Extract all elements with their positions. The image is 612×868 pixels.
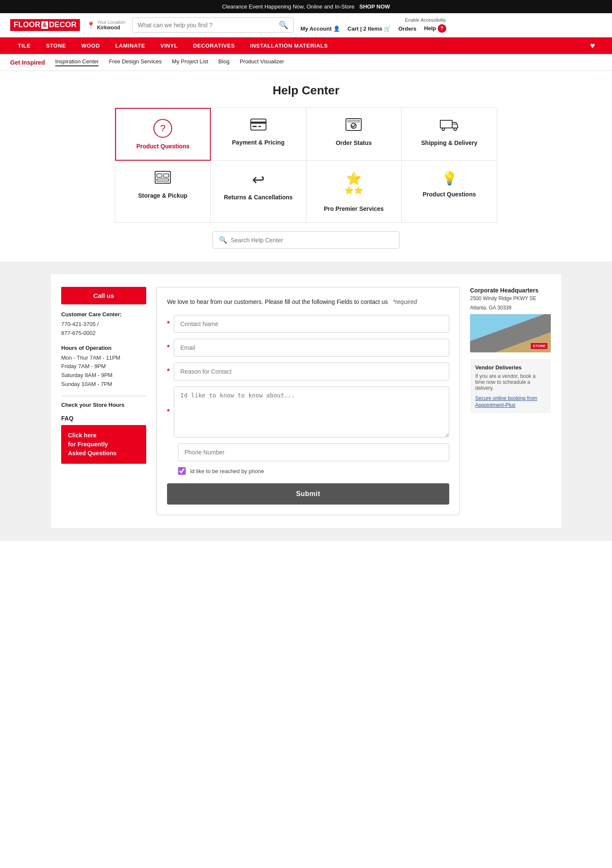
contact-name-input[interactable]	[174, 315, 449, 333]
hours-mon-thur: Mon - Thur 7AM - 11PM	[61, 354, 146, 363]
svg-rect-0	[251, 119, 266, 130]
required-star-message: *	[167, 408, 170, 416]
help-card-storage-pickup[interactable]: Storage & Pickup	[115, 161, 211, 223]
inspired-link-inspiration-center[interactable]: Inspiration Center	[55, 58, 99, 66]
card-label-payment-pricing: Payment & Pricing	[232, 139, 285, 146]
nav-installation-materials[interactable]: INSTALLATION MATERIALS	[243, 37, 336, 54]
store-image	[470, 314, 551, 352]
logo[interactable]: FLOOR & DECOR	[10, 19, 80, 31]
nav-tile[interactable]: TILE	[10, 37, 38, 54]
card-label-pro-premier: Pro Premier Services	[324, 205, 384, 212]
card-label-order-status: Order Status	[336, 139, 372, 146]
svg-rect-14	[157, 179, 169, 181]
favorites-icon[interactable]: ♥	[583, 37, 602, 54]
nav-stone[interactable]: STONE	[38, 37, 74, 54]
faq-button[interactable]: Click here for Frequently Asked Question…	[61, 425, 146, 464]
right-sidebar: Corporate Headquarters 2500 Windy Ridge …	[470, 287, 551, 413]
nav-vinyl[interactable]: VINYL	[153, 37, 185, 54]
hours-sunday: Sunday 10AM - 7PM	[61, 380, 146, 389]
call-us-button[interactable]: Call us	[61, 287, 146, 304]
pro-premier-icon: ⭐⭐⭐	[344, 171, 363, 200]
svg-point-9	[454, 128, 456, 130]
help-card-returns-cancellations[interactable]: ↩ Returns & Cancellations	[211, 161, 306, 223]
svg-rect-5	[348, 120, 360, 122]
inspired-link-visualizer[interactable]: Product Visualizer	[240, 58, 284, 66]
left-sidebar: Call us Customer Care Center: 770-421-37…	[61, 287, 146, 471]
email-row: *	[167, 339, 449, 357]
cart-icon: 🛒	[384, 26, 391, 32]
logo-box: FLOOR & DECOR	[10, 19, 80, 31]
search-button[interactable]: 🔍	[279, 20, 288, 30]
phone-row	[167, 443, 449, 461]
faq-label: FAQ	[61, 415, 146, 422]
location-pin-icon: 📍	[87, 21, 95, 29]
shop-now-link[interactable]: SHOP NOW	[360, 3, 390, 10]
help-label: Help	[424, 25, 436, 31]
inspired-link-project-list[interactable]: My Project List	[172, 58, 208, 66]
nav-wood[interactable]: WOOD	[74, 37, 108, 54]
help-card-order-status[interactable]: Order Status	[306, 108, 402, 161]
search-input[interactable]	[138, 22, 279, 28]
logo-line2: DECOR	[49, 21, 76, 29]
reason-input[interactable]	[174, 363, 449, 380]
help-center-title: Help Center	[10, 84, 602, 97]
my-account-link[interactable]: My Account 👤	[300, 26, 340, 32]
faq-btn-line3: Asked Questions	[68, 450, 116, 457]
card-label-product-questions-1: Product Questions	[136, 143, 190, 150]
hq-address1: 2500 Windy Ridge PKWY SE	[470, 295, 551, 301]
card-label-product-questions-2: Product Questions	[423, 191, 476, 198]
email-input[interactable]	[174, 339, 449, 357]
location-label: Your Location	[97, 20, 125, 25]
inspired-link-free-design[interactable]: Free Design Services	[109, 58, 162, 66]
storage-icon	[155, 171, 171, 187]
enable-accessibility[interactable]: Enable Accessibility	[405, 17, 446, 23]
svg-rect-1	[251, 122, 266, 124]
vendor-title: Vendor Deliveries	[475, 364, 546, 371]
help-grid: ? Product Questions Payment & Pricing	[115, 108, 497, 223]
help-search-input[interactable]	[231, 237, 393, 244]
location-area[interactable]: 📍 Your Location Kirkwood	[87, 20, 125, 31]
get-inspired-label: Get Inspired	[10, 59, 45, 66]
svg-rect-13	[164, 174, 169, 177]
submit-button[interactable]: Submit	[167, 483, 449, 505]
nav-decoratives[interactable]: DECORATIVES	[185, 37, 242, 54]
nav-laminate[interactable]: LAMINATE	[108, 37, 153, 54]
check-store-link[interactable]: Check your Store Hours	[61, 402, 125, 408]
vendor-link[interactable]: Secure online booking from Appointment-P…	[475, 395, 537, 408]
header-nav: My Account 👤 Cart | 2 Items 🛒 Orders Hel…	[300, 24, 446, 33]
location-city: Kirkwood	[97, 25, 125, 31]
phone-input[interactable]	[178, 443, 449, 461]
help-center: Help Center ? Product Questions Payment …	[0, 71, 612, 261]
logo-line1: FLOOR	[14, 21, 40, 29]
help-card-payment-pricing[interactable]: Payment & Pricing	[211, 108, 306, 161]
card-label-shipping-delivery: Shipping & Delivery	[421, 139, 477, 146]
header-right: Enable Accessibility My Account 👤 Cart |…	[300, 17, 446, 33]
hq-address2: Atlanta, GA 30339	[470, 305, 551, 311]
header: FLOOR & DECOR 📍 Your Location Kirkwood 🔍…	[0, 13, 612, 37]
help-card-shipping-delivery[interactable]: Shipping & Delivery	[402, 108, 497, 161]
message-textarea[interactable]	[174, 386, 449, 437]
card-label-returns: Returns & Cancellations	[224, 194, 293, 201]
contact-section-wrapper: Call us Customer Care Center: 770-421-37…	[0, 261, 612, 541]
store-img-inner	[470, 314, 551, 352]
customer-care-section: Customer Care Center: 770-421-3705 / 877…	[61, 311, 146, 338]
help-card-pro-premier[interactable]: ⭐⭐⭐ Pro Premier Services	[306, 161, 402, 223]
lightbulb-icon: 💡	[442, 171, 457, 186]
hours-friday: Friday 7AM - 9PM	[61, 362, 146, 371]
svg-rect-12	[157, 174, 162, 177]
cart-link[interactable]: Cart | 2 Items 🛒	[348, 26, 391, 32]
svg-rect-2	[252, 126, 257, 127]
phone-checkbox[interactable]	[178, 467, 186, 475]
payment-icon	[250, 118, 266, 134]
main-nav: TILE STONE WOOD LAMINATE VINYL DECORATIV…	[0, 37, 612, 54]
required-star-name: *	[167, 320, 170, 328]
help-link[interactable]: Help ?	[424, 24, 446, 33]
inspired-link-blog[interactable]: Blog	[218, 58, 230, 66]
hours-title: Hours of Operation	[61, 345, 146, 351]
svg-rect-7	[440, 120, 452, 128]
help-question-icon: ?	[438, 24, 446, 33]
orders-link[interactable]: Orders	[398, 26, 416, 32]
help-card-product-questions-2[interactable]: 💡 Product Questions	[402, 161, 497, 223]
phone-checkbox-row: Id like to be reached by phone	[167, 467, 449, 475]
help-card-product-questions-1[interactable]: ? Product Questions	[115, 108, 211, 161]
